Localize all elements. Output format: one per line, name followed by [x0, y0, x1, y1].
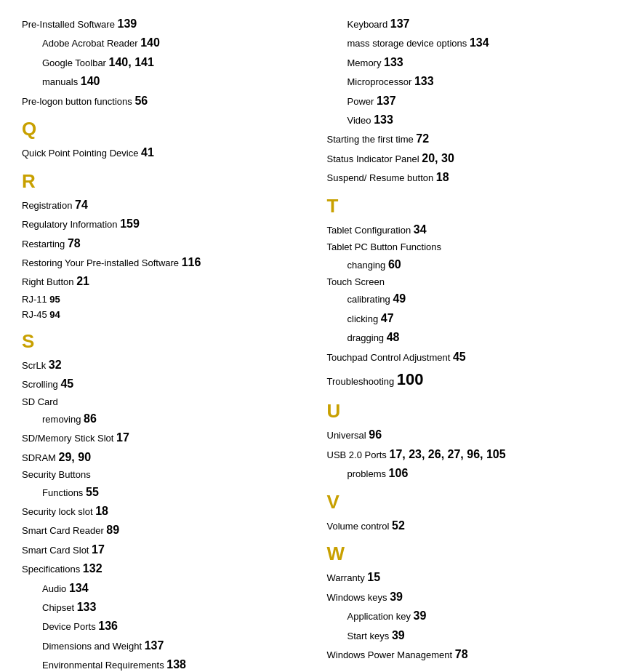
section-letter: W — [327, 543, 618, 565]
list-item: Start keys 39 — [327, 626, 618, 645]
section: S ScrLk 32 Scrolling 45 SD Card removing… — [22, 330, 305, 672]
list-item: Power 137 — [327, 92, 618, 111]
section: Q Quick Point Pointing Device 41 — [22, 118, 305, 163]
right-column: Keyboard 137 mass storage device options… — [320, 15, 618, 672]
list-item: Adobe Acrobat Reader 140 — [22, 33, 305, 52]
section-letter: S — [22, 330, 305, 353]
section-items: Universal 96 USB 2.0 Ports 17, 23, 26, 2… — [327, 425, 618, 483]
list-item: Suspend/ Resume button 18 — [327, 168, 618, 187]
section-letter: U — [327, 400, 618, 423]
list-item: Keyboard 137 — [327, 15, 618, 33]
list-item: Troubleshooting 100 — [327, 367, 618, 393]
section-items: Quick Point Pointing Device 41 — [22, 143, 305, 162]
list-item: Registration 74 — [22, 196, 305, 215]
list-item: Device Ports 136 — [22, 617, 305, 636]
list-item: Pre-Installed Software 139 — [22, 15, 305, 33]
list-item: manuals 140 — [22, 72, 305, 91]
list-item: Audio 134 — [22, 579, 305, 598]
list-item: Security lock slot 18 — [22, 502, 305, 521]
list-item: Environmental Requirements 138 — [22, 655, 305, 672]
list-item: RJ-11 95 — [22, 292, 305, 307]
section-items: Volume control 52 — [327, 516, 618, 535]
list-item: Functions 55 — [22, 483, 305, 502]
section: T Tablet Configuration 34 Tablet PC Butt… — [327, 195, 618, 393]
list-item: Memory 133 — [327, 53, 618, 72]
section: W Warranty 15 Windows keys 39 Applicatio… — [327, 543, 618, 664]
list-item: SD Card — [22, 394, 305, 409]
list-item: Restoring Your Pre-installed Software 11… — [22, 253, 305, 272]
list-item: Pre-logon button functions 56 — [22, 92, 305, 111]
section-items: ScrLk 32 Scrolling 45 SD Card removing 8… — [22, 356, 305, 672]
list-item: Right Button 21 — [22, 272, 305, 291]
section-letter: V — [327, 491, 618, 513]
section: U Universal 96 USB 2.0 Ports 17, 23, 26,… — [327, 400, 618, 483]
list-item: removing 86 — [22, 409, 305, 428]
list-item: Video 133 — [327, 111, 618, 129]
list-item: Scrolling 45 — [22, 375, 305, 393]
list-item: Warranty 15 — [327, 568, 618, 587]
section-items: Warranty 15 Windows keys 39 Application … — [327, 568, 618, 664]
list-item: changing 60 — [327, 255, 618, 274]
list-item: mass storage device options 134 — [327, 33, 618, 52]
list-item: Touchpad Control Adjustment 45 — [327, 348, 618, 367]
list-item: Smart Card Slot 17 — [22, 540, 305, 559]
top-continuation: Pre-Installed Software 139 Adobe Acrobat… — [22, 15, 617, 672]
list-item: problems 106 — [327, 464, 618, 483]
list-item: RJ-45 94 — [22, 307, 305, 322]
list-item: Regulatory Information 159 — [22, 215, 305, 233]
section-items: Tablet Configuration 34 Tablet PC Button… — [327, 220, 618, 393]
list-item: Chipset 133 — [22, 598, 305, 617]
list-item: Volume control 52 — [327, 516, 618, 535]
list-item: Security Buttons — [22, 467, 305, 482]
list-item: Tablet PC Button Functions — [327, 239, 618, 255]
list-item: ScrLk 32 — [22, 356, 305, 375]
list-item: calibrating 49 — [327, 289, 618, 308]
list-item: Smart Card Reader 89 — [22, 521, 305, 540]
list-item: Google Toolbar 140, 141 — [22, 53, 305, 72]
page-container: Pre-Installed Software 139 Adobe Acrobat… — [22, 15, 617, 672]
list-item: Universal 96 — [327, 425, 618, 444]
list-item: Quick Point Pointing Device 41 — [22, 143, 305, 162]
list-item: Touch Screen — [327, 274, 618, 289]
section-letter: Q — [22, 118, 305, 140]
section: V Volume control 52 — [327, 491, 618, 536]
section-letter: R — [22, 170, 305, 193]
list-item: Dimensions and Weight 137 — [22, 636, 305, 655]
right-sections: T Tablet Configuration 34 Tablet PC Butt… — [327, 195, 618, 665]
list-item: Status Indicator Panel 20, 30 — [327, 149, 618, 168]
list-item: clicking 47 — [327, 309, 618, 328]
list-item: Tablet Configuration 34 — [327, 220, 618, 239]
top-left-items: Pre-Installed Software 139 Adobe Acrobat… — [22, 15, 305, 111]
list-item: SDRAM 29, 90 — [22, 448, 305, 467]
list-item: Starting the first time 72 — [327, 129, 618, 148]
top-right-items: Keyboard 137 mass storage device options… — [327, 15, 618, 188]
section-letter: T — [327, 195, 618, 217]
list-item: Application key 39 — [327, 607, 618, 625]
left-sections: Q Quick Point Pointing Device 41 R Regis… — [22, 118, 305, 672]
section: R Registration 74 Regulatory Information… — [22, 170, 305, 323]
list-item: Microprocessor 133 — [327, 72, 618, 91]
list-item: SD/Memory Stick Slot 17 — [22, 428, 305, 447]
list-item: USB 2.0 Ports 17, 23, 26, 27, 96, 105 — [327, 445, 618, 464]
list-item: Windows Power Management 78 — [327, 645, 618, 664]
list-item: Windows keys 39 — [327, 588, 618, 607]
list-item: Restarting 78 — [22, 234, 305, 253]
section-items: Registration 74 Regulatory Information 1… — [22, 196, 305, 323]
list-item: dragging 48 — [327, 328, 618, 347]
list-item: Specifications 132 — [22, 559, 305, 578]
left-column: Pre-Installed Software 139 Adobe Acrobat… — [22, 15, 320, 672]
